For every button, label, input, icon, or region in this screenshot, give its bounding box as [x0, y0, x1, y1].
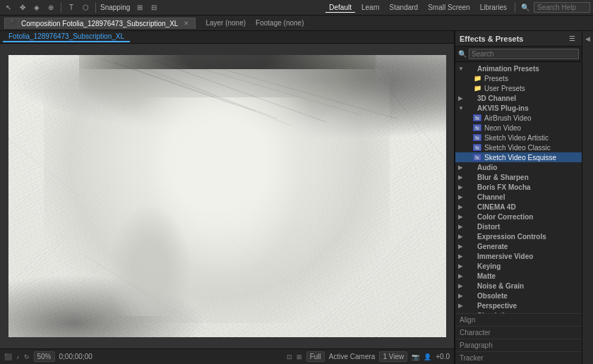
- svg-line-8: [361, 55, 446, 161]
- tool-icon-2[interactable]: ✥: [17, 2, 28, 13]
- tree-arrow-audio[interactable]: ▶: [458, 164, 465, 171]
- tree-item-keying[interactable]: ▶Keying: [455, 261, 582, 271]
- camera-icon[interactable]: 📷: [412, 353, 419, 360]
- safe-icon[interactable]: ⊡: [287, 353, 292, 360]
- comp-panel-tab-composition[interactable]: Fotolia_128976473_Subscription_XL: [3, 32, 130, 42]
- search-icon-panel: 🔍: [458, 50, 467, 58]
- bottom-section-paragraph[interactable]: Paragraph: [455, 339, 582, 351]
- tree-item-obsolete[interactable]: ▶Obsolete: [455, 291, 582, 301]
- workspace-learn[interactable]: Learn: [358, 3, 383, 12]
- bottom-section-align[interactable]: Align: [455, 313, 582, 326]
- time-display: 0;00;00;00: [59, 353, 92, 360]
- tree-item-distort[interactable]: ▶Distort: [455, 222, 582, 231]
- snapping-icon[interactable]: ⊞: [134, 2, 145, 13]
- grid2-icon[interactable]: ⊞: [296, 353, 302, 360]
- loop-icon[interactable]: ↻: [24, 353, 30, 360]
- tree-arrow-3d-channel[interactable]: ▶: [458, 95, 465, 102]
- tree-item-noise-grain[interactable]: ▶Noise & Grain: [455, 281, 582, 291]
- comp-tab[interactable]: ⬛ Composition Fotolia_128976473_Subscrip…: [4, 18, 196, 29]
- tree-item-akvis-plugins[interactable]: ▼AKVIS Plug-ins: [455, 103, 582, 113]
- tool-icon-1[interactable]: ↖: [3, 2, 14, 13]
- tree-arrow-boris-fx-mocha[interactable]: ▶: [458, 184, 465, 190]
- search-help-input[interactable]: [534, 2, 590, 13]
- tree-item-audio[interactable]: ▶Audio: [455, 162, 582, 172]
- section-icon-color-correction: [465, 212, 475, 221]
- section-icon-3d-channel: [465, 94, 475, 102]
- panel-menu-btn[interactable]: ☰: [567, 34, 577, 43]
- far-right-panel: ◀: [582, 31, 593, 364]
- tree-arrow-akvis-plugins[interactable]: ▼: [458, 105, 465, 111]
- tree-label-user-presets: User Presets: [484, 85, 525, 92]
- tree-item-cinema-4d[interactable]: ▶CINEMA 4D: [455, 202, 582, 212]
- svg-line-6: [178, 56, 397, 119]
- tree-item-airbrush-video[interactable]: fxAirBrush Video: [455, 113, 582, 123]
- tree-label-expression-controls: Expression Controls: [477, 233, 546, 241]
- tree-item-user-presets[interactable]: 📁User Presets: [455, 83, 582, 93]
- right-panel: Effects & Presets ☰ 🔍 ▼Animation Presets…: [455, 31, 582, 364]
- tree-arrow-animation-presets[interactable]: ▼: [458, 66, 465, 72]
- tree-item-sketch-video-classic[interactable]: fxSketch Video Classic: [455, 142, 582, 152]
- tree-arrow-blur-sharpen[interactable]: ▶: [458, 174, 465, 181]
- effects-search-input[interactable]: [469, 49, 579, 59]
- person-icon[interactable]: 👤: [424, 353, 431, 360]
- tree-item-color-correction[interactable]: ▶Color Correction: [455, 212, 582, 222]
- comp-tab-close[interactable]: ✕: [184, 20, 189, 27]
- tree-item-presets[interactable]: 📁Presets: [455, 73, 582, 83]
- tree-arrow-color-correction[interactable]: ▶: [458, 214, 465, 220]
- tree-arrow-matte[interactable]: ▶: [458, 273, 465, 279]
- tree-arrow-channel[interactable]: ▶: [458, 194, 465, 200]
- tree-label-animation-presets: Animation Presets: [477, 65, 539, 73]
- tree-arrow-distort[interactable]: ▶: [458, 224, 465, 230]
- tree-arrow-cinema-4d[interactable]: ▶: [458, 204, 465, 210]
- tree-item-animation-presets[interactable]: ▼Animation Presets: [455, 63, 582, 73]
- workspace-default[interactable]: Default: [325, 3, 355, 13]
- tool-icon-6[interactable]: ⬡: [80, 2, 91, 13]
- bottom-section-tracker[interactable]: Tracker: [455, 351, 582, 364]
- section-icon-expression-controls: [465, 232, 475, 241]
- tree-item-perspective[interactable]: ▶Perspective: [455, 301, 582, 310]
- preview-icon[interactable]: ⬛: [4, 353, 12, 360]
- tool-icon-5[interactable]: T: [66, 2, 77, 13]
- tree-arrow-generate[interactable]: ▶: [458, 243, 465, 250]
- zoom-control[interactable]: 50%: [34, 351, 55, 362]
- section-icon-keying: [465, 262, 475, 270]
- tree-arrow-keying[interactable]: ▶: [458, 263, 465, 269]
- folder-icon-presets: 📁: [472, 74, 482, 83]
- svg-line-2: [121, 61, 277, 119]
- section-icon-blur-sharpen: [465, 173, 475, 181]
- workspace-small-screen[interactable]: Small Screen: [424, 3, 473, 12]
- svg-line-0: [114, 62, 256, 111]
- effects-search-bar: 🔍: [455, 47, 582, 62]
- tree-arrow-obsolete[interactable]: ▶: [458, 293, 465, 299]
- bottom-section-character[interactable]: Character: [455, 326, 582, 339]
- tree-item-sketch-video-esquisse[interactable]: fxSketch Video Esquisse: [455, 152, 582, 162]
- workspace-standard[interactable]: Standard: [386, 3, 422, 12]
- tree-label-blur-sharpen: Blur & Sharpen: [477, 174, 529, 181]
- collapse-btn[interactable]: ◀: [583, 34, 593, 44]
- tool-icon-4[interactable]: ⊕: [45, 2, 56, 13]
- effect-icon-sketch-video-classic: fx: [472, 143, 482, 152]
- tree-item-channel[interactable]: ▶Channel: [455, 192, 582, 202]
- quality-control[interactable]: Full: [306, 351, 325, 362]
- tree-arrow-perspective[interactable]: ▶: [458, 303, 465, 309]
- tree-item-3d-channel[interactable]: ▶3D Channel: [455, 93, 582, 103]
- tree-arrow-immersive-video[interactable]: ▶: [458, 253, 465, 260]
- tree-arrow-expression-controls[interactable]: ▶: [458, 233, 465, 240]
- tree-item-immersive-video[interactable]: ▶Immersive Video: [455, 251, 582, 261]
- view-count[interactable]: 1 View: [379, 351, 407, 362]
- tree-item-sketch-video-artistic[interactable]: fxSketch Video Artistic: [455, 133, 582, 142]
- tree-label-sketch-video-artistic: Sketch Video Artistic: [484, 134, 549, 142]
- audio-icon[interactable]: ♪: [16, 353, 20, 360]
- tree-item-matte[interactable]: ▶Matte: [455, 271, 582, 281]
- tree-item-boris-fx-mocha[interactable]: ▶Boris FX Mocha: [455, 182, 582, 192]
- grid-icon[interactable]: ⊟: [148, 2, 160, 13]
- tree-arrow-noise-grain[interactable]: ▶: [458, 283, 465, 289]
- tree-item-generate[interactable]: ▶Generate: [455, 241, 582, 251]
- tool-icon-3[interactable]: ◈: [31, 2, 42, 13]
- sketch-svg: [8, 55, 446, 337]
- tree-item-neon-video[interactable]: fxNeon Video: [455, 123, 582, 133]
- tree-item-blur-sharpen[interactable]: ▶Blur & Sharpen: [455, 172, 582, 182]
- search-icon[interactable]: 🔍: [520, 2, 531, 13]
- tree-item-expression-controls[interactable]: ▶Expression Controls: [455, 231, 582, 241]
- workspace-libraries[interactable]: Libraries: [477, 3, 510, 12]
